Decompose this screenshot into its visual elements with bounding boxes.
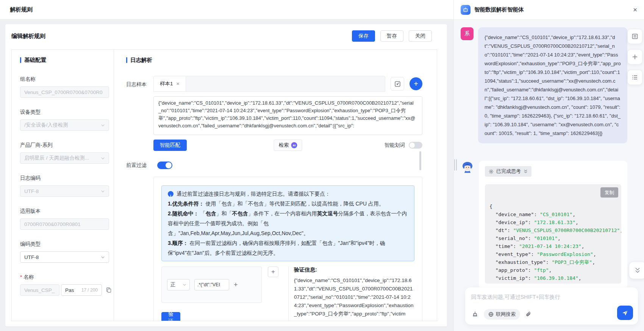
ai-badge-icon: AI bbox=[291, 142, 297, 148]
version-input: 0700R0700&0700R0801 bbox=[20, 218, 109, 230]
attach-ic[interactable] bbox=[525, 311, 531, 317]
chevron-down-icon bbox=[183, 283, 186, 287]
globe-icon bbox=[488, 312, 494, 317]
chat-input[interactable]: 回车发送问题,可通过SHIFT+回车换行 bbox=[471, 294, 632, 301]
scrollbar-thumb[interactable] bbox=[419, 151, 421, 170]
basic-config-column: 基础配置 组名称 Venus_CSP_0700R0700&0700R0 设备类型… bbox=[12, 50, 114, 321]
vendor-series-select: 启明星辰 / 天阗超融合检测... bbox=[20, 152, 109, 164]
vendor-series-field: 产品厂商-系列 启明星辰 / 天阗超融合检测... bbox=[20, 142, 109, 164]
clear-context-icon bbox=[472, 311, 478, 318]
code-block: { "device_name": "CS_010101", "device_ip… bbox=[485, 184, 621, 284]
info-icon: i bbox=[168, 191, 174, 197]
encode-type-field: 编码类型 UTF-8 bbox=[20, 241, 109, 263]
char-counter: 17 / 200 bbox=[81, 287, 98, 293]
sample-label: 日志样本 bbox=[126, 76, 153, 151]
basic-config-heading: 基础配置 bbox=[20, 56, 109, 64]
section-bar bbox=[20, 57, 21, 63]
version-field: 适用版本 0700R0700&0700R0801 bbox=[20, 208, 109, 230]
user-message-row: 系 {"device_name":"CS_010101","device_ip"… bbox=[461, 27, 627, 143]
prefilter-label: 前置过滤 bbox=[126, 162, 147, 169]
chevron-double-down-icon bbox=[635, 267, 641, 274]
sample-textarea[interactable]: {"device_name":"CS_010101","device_ip":"… bbox=[153, 96, 422, 135]
chevron-down-icon bbox=[101, 255, 105, 259]
chevron-double-down-icon bbox=[524, 169, 528, 174]
log-encoding-field: 日志编码 UTF-8 bbox=[20, 175, 109, 197]
sample-tab-strip: 样本1 × bbox=[153, 76, 385, 92]
clear-context-ic[interactable] bbox=[472, 311, 478, 318]
add-condition-icon[interactable]: + bbox=[234, 281, 238, 289]
log-parse-column: 日志解析 日志样本 样本1 × bbox=[114, 50, 437, 321]
group-name-input: Venus_CSP_0700R0700&0700R0 bbox=[20, 86, 109, 98]
smart-highlight-toggle[interactable] bbox=[409, 142, 422, 149]
copy-code-button[interactable]: 复制 bbox=[600, 187, 618, 198]
chat-composer: 回车发送问题,可通过SHIFT+回车换行 联网搜索 bbox=[465, 287, 638, 325]
assistant-title: 智能数据解析智能体 bbox=[474, 6, 524, 13]
ai-search-button[interactable]: 检索 AI bbox=[274, 140, 302, 151]
assistant-message-row: 已完成思考 { "device_name": "CS_010101", "dev… bbox=[461, 161, 627, 289]
section-bar bbox=[126, 57, 127, 63]
assistant-avatar bbox=[461, 161, 474, 174]
smart-match-button[interactable]: 智能匹配 bbox=[153, 140, 187, 151]
chevron-down-icon bbox=[101, 156, 105, 160]
copy-icon[interactable] bbox=[105, 286, 113, 294]
card-title: 编辑解析规则 bbox=[11, 33, 45, 40]
tab-close-icon[interactable]: × bbox=[177, 81, 180, 87]
web-search-button[interactable]: 联网搜索 bbox=[484, 309, 520, 320]
conversation-icon[interactable] bbox=[627, 29, 642, 44]
system-avatar: 系 bbox=[461, 27, 474, 40]
history-list-icon[interactable] bbox=[627, 70, 642, 85]
code-content: { "device_name": "CS_010101", "device_ip… bbox=[489, 202, 617, 284]
send-icon bbox=[622, 309, 628, 316]
card-header: 编辑解析规则 保存 暂存 关闭 bbox=[5, 24, 447, 48]
edit-sample-icon[interactable] bbox=[391, 77, 404, 91]
smart-highlight-label: 智能划词 bbox=[385, 142, 405, 149]
log-parse-heading: 日志解析 bbox=[126, 56, 422, 64]
save-button[interactable]: 保存 bbox=[352, 30, 375, 42]
assistant-panel: 智能数据解析智能体 × 系 {"device_name":"CS_010101"… bbox=[453, 0, 644, 331]
chevron-down-icon bbox=[101, 123, 105, 127]
close-button[interactable]: 关闭 bbox=[409, 30, 432, 42]
thinking-icon bbox=[489, 169, 494, 174]
app-root: 解析规则 编辑解析规则 保存 暂存 关闭 基础配置 组名称 Venus_ bbox=[0, 0, 644, 331]
assistant-message-bubble: 已完成思考 { "device_name": "CS_010101", "dev… bbox=[479, 161, 627, 289]
filter-operator-select[interactable]: 正 bbox=[167, 279, 190, 290]
send-button[interactable] bbox=[617, 306, 633, 320]
validate-button[interactable]: 验证 bbox=[161, 312, 180, 321]
add-sample-button[interactable]: + bbox=[410, 77, 422, 90]
group-name-field: 组名称 Venus_CSP_0700R0700&0700R0 bbox=[20, 76, 109, 98]
prefilter-toggle[interactable] bbox=[157, 162, 172, 169]
assistant-header: 智能数据解析智能体 × bbox=[454, 0, 644, 20]
thinking-status-chip[interactable]: 已完成思考 bbox=[485, 166, 531, 177]
device-type-field: 设备类型 /安全设备/入侵检测 bbox=[20, 109, 109, 131]
validation-title: 验证信息: bbox=[294, 267, 414, 273]
form-panel: 基础配置 组名称 Venus_CSP_0700R0700&0700R0 设备类型… bbox=[11, 49, 437, 321]
name-input[interactable]: Pas 17 / 200 bbox=[61, 284, 102, 296]
new-chat-icon[interactable] bbox=[627, 49, 642, 64]
scroll-to-bottom-button[interactable] bbox=[629, 262, 644, 279]
required-mark: * bbox=[20, 274, 22, 280]
encode-type-select[interactable]: UTF-8 bbox=[20, 251, 109, 263]
prefilter-alert: i 通过前置过滤连接日志与规则，筛选特定日志。请遵循以下要点： 1.优先条件符：… bbox=[161, 185, 414, 261]
assistant-logo-icon bbox=[461, 5, 470, 15]
stash-button[interactable]: 暂存 bbox=[380, 30, 403, 42]
name-field: *名称 Venus_CSP_ Pas 17 / 200 bbox=[20, 274, 109, 296]
close-panel-icon[interactable]: × bbox=[633, 6, 637, 13]
topbar: 解析规则 bbox=[0, 0, 453, 20]
validation-panel: 验证信息: {"device_name":"CS_010101","device… bbox=[288, 267, 414, 321]
prefilter-section: i 通过前置过滤连接日志与规则，筛选特定日志。请遵循以下要点： 1.优先条件符：… bbox=[153, 177, 422, 321]
page-title: 解析规则 bbox=[10, 6, 33, 13]
validation-text: {"device_name":"CS_010101","device_ip":"… bbox=[294, 276, 414, 318]
chevron-down-icon bbox=[101, 189, 105, 193]
log-encoding-select: UTF-8 bbox=[20, 185, 109, 197]
prefilter-group: 正 .*("dt":"VEI + bbox=[161, 267, 262, 303]
panel-resize-handle[interactable] bbox=[454, 159, 457, 171]
panel-side-toolbar bbox=[627, 29, 642, 85]
add-filter-group-button[interactable]: + bbox=[268, 267, 278, 277]
filter-pattern-input[interactable]: .*("dt":"VEI bbox=[194, 279, 229, 290]
name-prefix-input[interactable]: Venus_CSP_ bbox=[20, 284, 59, 296]
tab-sample-1[interactable]: 样本1 × bbox=[154, 76, 186, 91]
device-type-select: /安全设备/入侵检测 bbox=[20, 119, 109, 131]
edit-rule-card: 编辑解析规则 保存 暂存 关闭 基础配置 组名称 Venus_CSP_0700R… bbox=[5, 24, 447, 326]
alert-lines: 1.优先条件符： 使用「包含」和「不包含」等代替正则匹配，以提高性能，降低 CP… bbox=[168, 199, 408, 258]
paperclip-icon bbox=[525, 311, 531, 317]
